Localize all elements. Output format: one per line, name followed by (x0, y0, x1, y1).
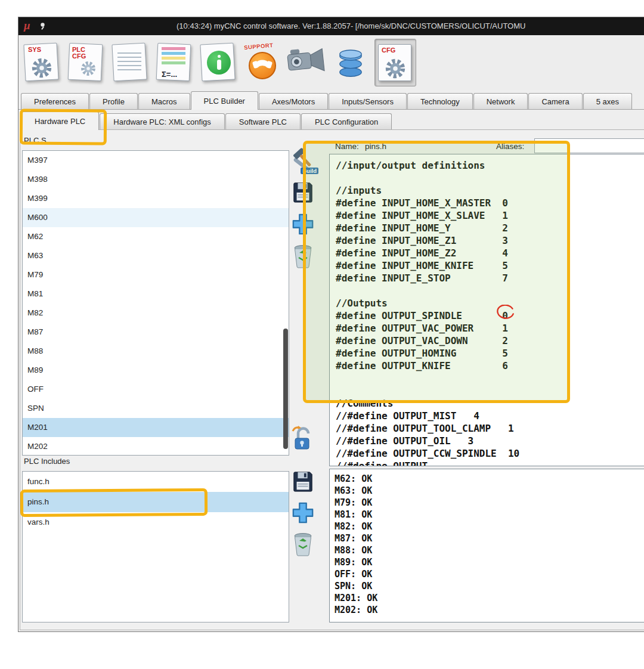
plc-sources-list[interactable]: M397 M398 M399 M600 M62 M63 M79 M81 M82 … (22, 150, 289, 456)
file-name-value: pins.h (365, 142, 386, 151)
toolbar-button-info[interactable] (198, 39, 240, 86)
toolbar-button-sys-settings[interactable]: SYS (21, 39, 63, 86)
plus-icon (292, 501, 314, 524)
plc-source-item[interactable]: M600 (23, 208, 289, 227)
build-label: Build (301, 168, 318, 174)
plc-includes-list[interactable]: func.h pins.h vars.h (22, 471, 289, 622)
gear-icon (30, 57, 53, 79)
pin-icon[interactable] (36, 21, 46, 31)
delete-include-button[interactable] (291, 532, 315, 557)
plc-source-item[interactable]: M63 (23, 246, 289, 265)
icon-label: CFG (382, 47, 395, 54)
unlock-button[interactable] (290, 425, 315, 453)
tab-camera[interactable]: Camera (528, 93, 582, 109)
app-logo: μ (24, 19, 30, 32)
tab-technology[interactable]: Technology (407, 93, 473, 109)
delete-source-button[interactable] (291, 244, 315, 269)
plc-source-item[interactable]: M62 (23, 227, 289, 246)
plc-source-item-selected[interactable]: M201 (23, 418, 289, 437)
plc-source-item[interactable]: M399 (23, 189, 289, 208)
toolbar: SYS PLC CFG Σ=... (18, 35, 644, 90)
plc-source-item[interactable]: M88 (23, 342, 289, 361)
aliases-input[interactable] (534, 138, 644, 153)
plc-source-item[interactable]: SPN (23, 399, 289, 418)
trash-icon (291, 532, 315, 557)
titlebar[interactable]: μ (10:43:24) myCNC control software. Ver… (18, 17, 644, 35)
subtab-plc-configuration[interactable]: PLC Configuration (301, 113, 392, 129)
floppy-icon (292, 470, 314, 493)
plc-source-item[interactable]: M398 (23, 170, 289, 189)
add-source-button[interactable] (292, 213, 314, 236)
aliases-label: Aliases: (496, 142, 524, 151)
camera-icon (286, 45, 328, 79)
phone-icon (249, 52, 276, 79)
code-text: //input/output definitions //inputs #def… (336, 159, 644, 466)
plc-builder-pane: PLC S M397 M398 M399 M600 M62 M63 M79 M8… (20, 129, 644, 630)
tab-macros[interactable]: Macros (138, 93, 190, 109)
info-icon (207, 51, 231, 75)
plc-source-item[interactable]: M87 (23, 323, 289, 342)
plc-source-item[interactable]: M82 (23, 303, 289, 323)
save-source-button[interactable] (292, 181, 314, 203)
subtab-software-plc[interactable]: Software PLC (225, 113, 301, 129)
build-button[interactable]: Build (289, 145, 317, 175)
window-title: (10:43:24) myCNC control software. Ver:1… (177, 17, 525, 35)
plc-source-item[interactable]: M202 (23, 437, 289, 456)
subtab-hardware-plc[interactable]: Hardware PLC (21, 112, 99, 130)
plus-icon (292, 213, 314, 236)
log-text: M62: OK M63: OK M79: OK M81: OK M82: OK … (335, 473, 644, 616)
tab-preferences[interactable]: Preferences (21, 93, 89, 109)
tab-5-axes[interactable]: 5 axes (583, 93, 632, 109)
support-label: SUPPORT (244, 42, 274, 51)
database-icon (336, 46, 366, 79)
plc-include-item[interactable]: func.h (23, 472, 289, 492)
toolbar-button-cfg-settings[interactable]: CFG (374, 39, 416, 86)
trash-icon (291, 244, 315, 269)
tab-plc-builder[interactable]: PLC Builder (191, 91, 258, 110)
app-window: μ (10:43:24) myCNC control software. Ver… (18, 17, 644, 632)
plc-source-item[interactable]: M397 (23, 151, 289, 170)
add-include-button[interactable] (292, 501, 314, 524)
main-tab-bar: Preferences Profile Macros PLC Builder A… (18, 90, 644, 110)
tab-axes-motors[interactable]: Axes/Motors (259, 93, 328, 109)
colored-lines-icon (162, 47, 185, 65)
subtab-hardware-plc-xml[interactable]: Hardware PLC: XML configs (100, 113, 225, 129)
toolbar-button-support[interactable]: SUPPORT (242, 39, 284, 86)
plc-includes-label: PLC Includes (24, 457, 70, 466)
code-editor[interactable]: //input/output definitions //inputs #def… (329, 154, 644, 466)
toolbar-button-macro-wizard[interactable]: Σ=... (154, 39, 196, 86)
plc-source-item[interactable]: M79 (23, 265, 289, 284)
file-name-label: Name: (335, 142, 359, 151)
tab-network[interactable]: Network (473, 93, 528, 109)
plc-include-item[interactable]: vars.h (23, 512, 289, 532)
tab-profile[interactable]: Profile (89, 93, 138, 109)
build-log[interactable]: M62: OK M63: OK M79: OK M81: OK M82: OK … (329, 469, 644, 622)
plc-sources-label: PLC S (24, 136, 47, 145)
plc-source-item[interactable]: OFF (23, 380, 289, 399)
text-lines-icon (117, 49, 141, 73)
tab-inputs-sensors[interactable]: Inputs/Sensors (329, 93, 407, 109)
gear-icon (384, 57, 407, 80)
icon-label: PLC CFG (72, 47, 86, 60)
floppy-icon (292, 181, 314, 203)
toolbar-button-camera[interactable] (286, 39, 328, 86)
sigma-label: Σ=... (162, 70, 177, 79)
toolbar-button-text-editor[interactable] (110, 39, 151, 86)
gear-icon (80, 60, 97, 77)
plc-include-item-selected[interactable]: pins.h (23, 492, 289, 512)
plc-source-item[interactable]: M81 (23, 284, 289, 303)
padlock-icon (290, 425, 315, 453)
scrollbar-thumb[interactable] (283, 329, 288, 449)
toolbar-button-plc-config[interactable]: PLC CFG (66, 39, 107, 86)
toolbar-button-database[interactable] (330, 39, 372, 86)
icon-label: SYS (28, 47, 41, 53)
plc-source-item[interactable]: M89 (23, 361, 289, 380)
plc-sub-tab-bar: Hardware PLC Hardware PLC: XML configs S… (18, 110, 644, 129)
save-include-button[interactable] (292, 470, 314, 493)
